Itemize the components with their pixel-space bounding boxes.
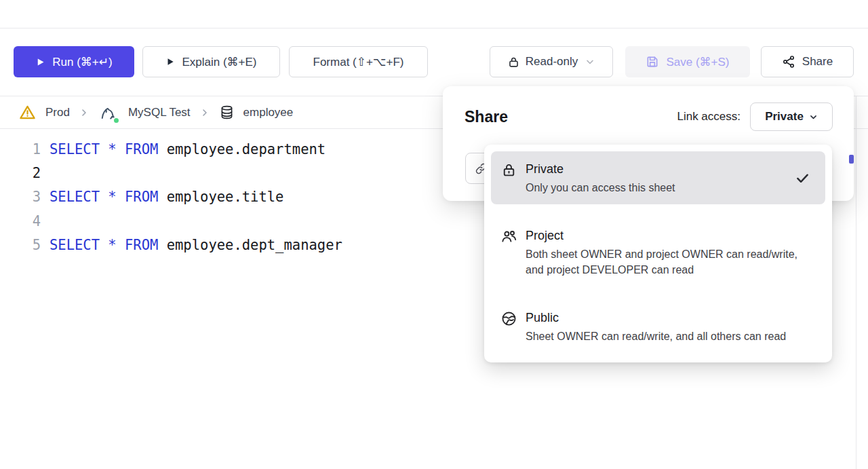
breadcrumb-chevron-icon <box>199 107 210 118</box>
breadcrumb-database[interactable]: employee <box>243 106 294 119</box>
format-label: Format (⇧+⌥+F) <box>313 55 404 69</box>
run-button[interactable]: Run (⌘+↵) <box>14 46 134 77</box>
copy-link-button-edge[interactable] <box>849 155 854 164</box>
play-icon <box>165 57 175 67</box>
line-number: 5 <box>0 233 41 257</box>
save-button[interactable]: Save (⌘+S) <box>625 46 750 77</box>
sql-keyword: SELECT <box>50 237 100 253</box>
breadcrumb-instance[interactable]: MySQL Test <box>128 106 191 119</box>
sql-keyword: FROM <box>125 141 158 157</box>
share-popup-header: Share Link access: Private <box>465 102 833 131</box>
link-access-label: Link access: <box>677 110 741 124</box>
top-divider <box>0 28 868 29</box>
explain-button[interactable]: Explain (⌘+E) <box>142 46 280 77</box>
sql-keyword: FROM <box>125 237 158 253</box>
line-number-active: 2 <box>0 162 41 185</box>
lock-icon <box>500 162 517 179</box>
play-icon <box>35 57 45 67</box>
user-group-icon <box>500 228 517 245</box>
sql-keyword: SELECT <box>50 189 100 205</box>
format-button[interactable]: Format (⇧+⌥+F) <box>289 46 428 77</box>
sql-operator: * <box>108 141 116 157</box>
option-title: Public <box>526 309 818 326</box>
check-icon <box>795 170 810 186</box>
link-access-value: Private <box>765 110 804 124</box>
save-label: Save (⌘+S) <box>666 55 729 69</box>
explain-label: Explain (⌘+E) <box>182 55 256 69</box>
right-pane-divider <box>856 96 856 469</box>
sql-keyword: SELECT <box>50 141 100 157</box>
database-icon <box>219 105 235 120</box>
link-access-dropdown-button[interactable]: Private <box>750 102 833 131</box>
lock-icon <box>507 56 520 69</box>
chevron-down-icon <box>809 113 818 121</box>
option-description: Sheet OWNER can read/write, and all othe… <box>526 329 798 344</box>
share-label: Share <box>802 55 833 69</box>
connection-status-dot <box>113 117 120 124</box>
chevron-down-icon <box>585 56 595 67</box>
save-icon <box>646 55 659 69</box>
mysql-dolphin-icon <box>98 102 119 123</box>
access-option-project[interactable]: Project Both sheet OWNER and project OWN… <box>491 218 825 286</box>
access-option-private[interactable]: Private Only you can access this sheet <box>491 151 825 204</box>
line-number: 3 <box>0 185 41 209</box>
line-number: 1 <box>0 138 41 162</box>
sql-keyword: FROM <box>125 189 158 205</box>
option-title: Private <box>526 160 787 178</box>
line-number: 4 <box>0 210 41 233</box>
readonly-dropdown-button[interactable]: Read-only <box>490 46 613 77</box>
option-title: Project <box>526 227 818 244</box>
sql-identifier: employee.title <box>167 189 284 205</box>
share-nodes-icon <box>782 55 795 69</box>
option-description: Only you can access this sheet <box>526 180 787 195</box>
sql-operator: * <box>108 237 116 253</box>
sql-identifier: employee.department <box>167 141 326 157</box>
share-button[interactable]: Share <box>761 46 854 77</box>
breadcrumb-environment[interactable]: Prod <box>45 106 70 119</box>
readonly-label: Read-only <box>526 55 578 69</box>
sql-operator: * <box>108 189 116 205</box>
access-option-public[interactable]: Public Sheet OWNER can read/write, and a… <box>491 300 825 353</box>
share-popup-title: Share <box>465 108 508 126</box>
sql-identifier: employee.dept_manager <box>167 237 342 253</box>
globe-icon <box>500 310 517 327</box>
link-access-menu: Private Only you can access this sheet P… <box>484 145 832 362</box>
breadcrumb-chevron-icon <box>79 107 90 118</box>
warning-triangle-icon <box>18 103 37 121</box>
option-description: Both sheet OWNER and project OWNER can r… <box>526 246 798 278</box>
run-label: Run (⌘+↵) <box>52 55 112 69</box>
